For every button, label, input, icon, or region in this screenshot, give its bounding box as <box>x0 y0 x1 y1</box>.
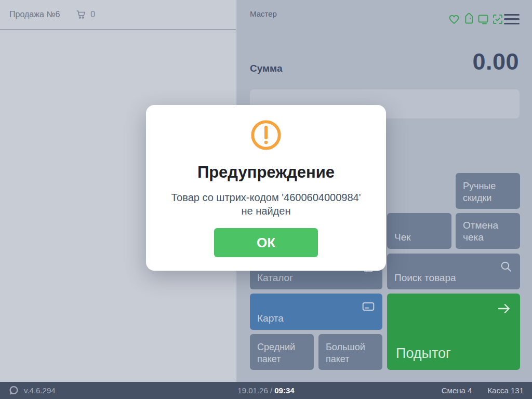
scan-check-icon[interactable] <box>491 13 504 25</box>
medium-bag-button[interactable]: Средний пакет <box>250 334 314 370</box>
date-text: 19.01.26 <box>237 386 268 395</box>
status-bar: v.4.6.294 19.01.26 / 09:34 Смена 4 Касса… <box>0 382 532 399</box>
card-button[interactable]: Карта <box>250 294 382 330</box>
dialog-title: Предупреждение <box>146 163 386 182</box>
warning-dialog: Предупреждение Товар со штрих-кодом '460… <box>146 105 386 271</box>
time-text: 09:34 <box>274 386 294 395</box>
tag-icon[interactable] <box>462 13 475 25</box>
receipt-button[interactable]: Чек <box>387 213 451 249</box>
shift-label: Смена 4 <box>442 386 472 395</box>
sale-title: Продажа №6 <box>9 10 60 19</box>
cart-count: 0 <box>90 10 95 19</box>
menu-icon[interactable] <box>504 14 520 24</box>
manual-discounts-button[interactable]: Ручные скидки <box>456 173 520 209</box>
app-version: v.4.6.294 <box>8 385 237 396</box>
warning-icon <box>250 119 282 151</box>
header-icons <box>448 13 504 25</box>
big-bag-button[interactable]: Большой пакет <box>318 334 382 370</box>
cart-icon <box>75 9 87 20</box>
sum-label: Сумма <box>250 63 282 74</box>
datetime: 19.01.26 / 09:34 <box>237 386 294 395</box>
version-text: v.4.6.294 <box>24 386 56 395</box>
register-label: Касса 131 <box>487 386 524 395</box>
credit-card-icon <box>362 300 375 313</box>
heart-icon[interactable] <box>448 13 460 25</box>
cart-indicator[interactable]: 0 <box>75 9 95 20</box>
monitor-icon[interactable] <box>477 13 489 25</box>
cashier-name: Мастер <box>250 9 277 18</box>
pos-screen: Продажа №6 0 Мастер <box>0 0 532 399</box>
arrow-right-icon <box>496 301 512 316</box>
dialog-message: Товар со штрих-кодом '4600604000984' не … <box>167 191 365 218</box>
cancel-receipt-button[interactable]: Отмена чека <box>456 213 520 249</box>
search-product-button[interactable]: Поиск товара <box>387 254 520 289</box>
app-logo-icon <box>8 385 19 396</box>
search-icon <box>499 260 513 273</box>
subtotal-button[interactable]: Подытог <box>387 294 520 370</box>
sale-header: Продажа №6 0 <box>0 0 236 30</box>
ok-button[interactable]: ОК <box>214 228 318 257</box>
sum-value: 0.00 <box>472 48 519 75</box>
